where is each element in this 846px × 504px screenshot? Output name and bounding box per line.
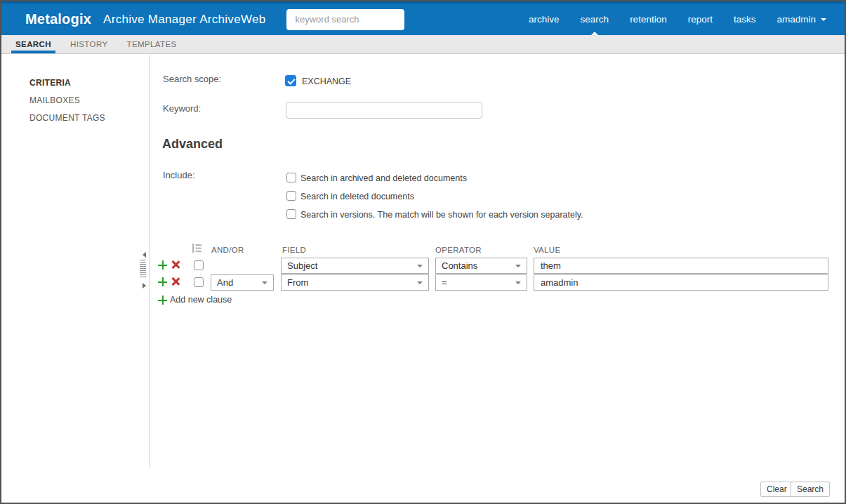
sidebar-item-criteria[interactable]: CRITERIA [29,78,71,88]
nav-user-menu[interactable]: amadmin [776,4,826,35]
row2-checkbox[interactable] [194,277,204,287]
column-header-value: VALUE [534,246,560,254]
advanced-heading: Advanced [162,137,223,152]
dropdown-caret-icon [262,281,267,284]
row2-delete-clause-icon[interactable] [171,277,180,286]
nav-search[interactable]: search [581,4,609,35]
row2-operator-select[interactable]: = [435,274,527,291]
dropdown-caret-icon [515,281,521,284]
row1-operator-value: Contains [442,260,477,271]
nav-report[interactable]: report [688,4,713,35]
user-menu-label: amadmin [776,14,816,25]
tab-search[interactable]: SEARCH [11,35,55,53]
checkbox-deleted-label: Search in deleted documents [300,192,414,201]
keyword-label: Keyword: [163,103,201,114]
row2-value-input[interactable] [534,274,828,291]
row2-andor-value: And [217,277,233,288]
dropdown-caret-icon [417,265,423,267]
row2-field-value: From [287,277,308,288]
splitter-grip[interactable] [140,260,146,279]
app-title: Archive Manager ArchiveWeb [103,13,265,27]
checkbox-archived-and-deleted-label: Search in archived and deleted documents [300,173,467,183]
tab-templates[interactable]: TEMPLATES [122,35,180,53]
chevron-down-icon [821,18,826,21]
row2-operator-value: = [442,277,447,288]
expand-panel-icon[interactable] [143,283,146,289]
dropdown-caret-icon [515,265,521,267]
keyword-field[interactable] [286,102,482,119]
row1-value-input[interactable] [534,258,828,274]
sidebar-item-mailboxes[interactable]: MAILBOXES [29,95,80,105]
column-header-field: FIELD [282,246,306,254]
row2-andor-select[interactable]: And [211,274,274,291]
collapse-panel-icon[interactable] [143,252,146,258]
tab-history[interactable]: HISTORY [66,35,112,53]
column-header-operator: OPERATOR [435,246,482,254]
app-header: Metalogix Archive Manager ArchiveWeb arc… [1,1,845,35]
metalogix-logo: Metalogix [25,11,91,27]
add-new-clause-icon[interactable] [158,296,167,305]
top-nav: archive search retention report tasks am… [508,4,826,35]
checkbox-versions[interactable] [286,209,296,219]
row1-add-clause-icon[interactable] [158,260,167,270]
nav-archive[interactable]: archive [529,4,560,35]
checkbox-versions-label: Search in versions. The match will be sh… [300,210,583,220]
clear-button[interactable]: Clear [760,482,793,497]
dropdown-caret-icon [417,281,423,284]
search-button[interactable]: Search [791,482,830,497]
add-new-clause-link[interactable]: Add new clause [170,295,232,305]
include-label: Include: [163,170,195,180]
row1-field-value: Subject [287,260,317,271]
archiveweb-page: Metalogix Archive Manager ArchiveWeb arc… [0,0,846,504]
row2-add-clause-icon[interactable] [158,277,167,286]
nav-tasks[interactable]: tasks [734,4,756,35]
nav-retention[interactable]: retention [630,4,667,35]
checkbox-deleted[interactable] [286,191,296,201]
row2-field-select[interactable]: From [281,274,429,291]
row1-operator-select[interactable]: Contains [435,258,527,274]
row1-field-select[interactable]: Subject [281,258,429,274]
row1-delete-clause-icon[interactable] [171,260,180,269]
tab-bar: SEARCH HISTORY TEMPLATES [1,35,845,54]
row1-checkbox[interactable] [194,260,204,270]
checkbox-archived-and-deleted[interactable] [286,173,296,183]
column-header-andor: AND/OR [211,246,244,254]
search-scope-label: Search scope: [163,74,221,84]
exchange-checkbox[interactable] [285,75,296,86]
keyword-search-input[interactable] [286,9,404,30]
sidebar-item-document-tags[interactable]: DOCUMENT TAGS [29,113,105,123]
select-all-icon[interactable] [192,243,202,253]
exchange-label: EXCHANGE [302,77,351,86]
sidebar-divider [150,55,150,468]
